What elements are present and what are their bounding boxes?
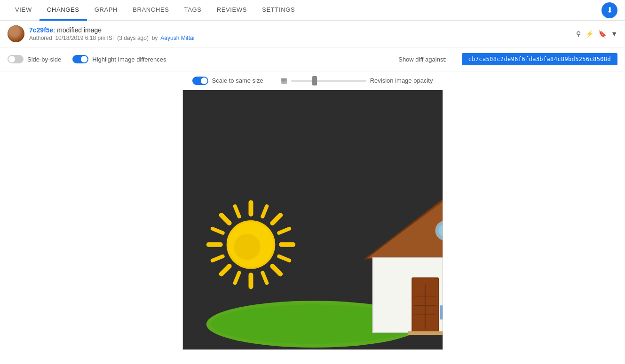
scale-knob [201,77,207,84]
commit-meta: Authored 10/18/2019 6:18 pm IST (3 days … [29,35,576,41]
avatar [8,25,24,42]
side-by-side-knob [8,56,15,62]
opacity-control: ▦ Revision image opacity [280,76,433,85]
nav-reviews[interactable]: REVIEWS [209,0,255,21]
nav-graph[interactable]: GRAPH [87,0,125,21]
commit-colon: : [53,26,55,34]
highlight-label: Highlight Image differences [92,56,166,63]
flag-icon[interactable]: ⚡ [585,30,593,38]
nav-settings[interactable]: SETTINGS [254,0,302,21]
download-icon: ⬇ [607,6,613,15]
avatar-image [8,25,24,42]
highlight-knob [81,56,87,62]
nav-changes[interactable]: CHANGES [40,0,87,21]
nav-tags[interactable]: TAGS [177,0,209,21]
side-by-side-label: Side-by-side [27,56,61,63]
commit-message: modified image [57,26,102,34]
commit-info: 7c29f5e: modified image Authored 10/18/2… [29,26,576,41]
highlight-switch[interactable] [72,55,88,63]
commit-title: 7c29f5e: modified image [29,26,576,34]
slider-icon: ▦ [280,76,287,85]
scale-label: Scale to same size [212,77,263,84]
by-label: by [152,35,158,41]
commit-actions: ⚲ ⚡ 🔖 ▼ [576,30,617,38]
pin-icon[interactable]: ⚲ [576,30,581,38]
tag-icon[interactable]: 🔖 [598,30,606,38]
svg-rect-61 [440,305,443,319]
nav-branches[interactable]: BRANCHES [125,0,176,21]
scale-switch[interactable] [192,77,208,85]
top-nav: VIEW CHANGES GRAPH BRANCHES TAGS REVIEWS… [0,0,625,21]
commit-date: 10/18/2019 6:18 pm IST (3 days ago) [55,35,149,41]
scale-toggle[interactable]: Scale to same size [192,77,263,85]
image-container [0,90,625,357]
commit-bar: 7c29f5e: modified image Authored 10/18/2… [0,21,625,47]
house-image [182,90,443,350]
opacity-slider[interactable] [291,80,366,82]
svg-point-21 [234,234,260,260]
side-by-side-toggle[interactable]: Side-by-side [8,55,61,63]
opacity-label: Revision image opacity [370,77,433,84]
diff-hash-button[interactable]: cb7ca508c2de96f6fda3bfa84c89bd5256c8508d [462,53,617,65]
diff-options-bar: Side-by-side Highlight Image differences… [0,47,625,71]
image-controls: Scale to same size ▦ Revision image opac… [0,71,625,90]
highlight-toggle[interactable]: Highlight Image differences [72,55,166,63]
svg-rect-43 [408,331,443,335]
commit-author[interactable]: Aayush Mittai [160,35,194,41]
house-scene-svg [183,90,443,349]
commit-hash[interactable]: 7c29f5e [29,26,53,34]
show-diff-label: Show diff against: [398,56,446,63]
download-button[interactable]: ⬇ [601,2,617,18]
nav-view[interactable]: VIEW [8,0,40,21]
side-by-side-switch[interactable] [8,55,24,63]
chevron-down-icon[interactable]: ▼ [611,30,617,38]
authored-label: Authored [29,35,52,41]
